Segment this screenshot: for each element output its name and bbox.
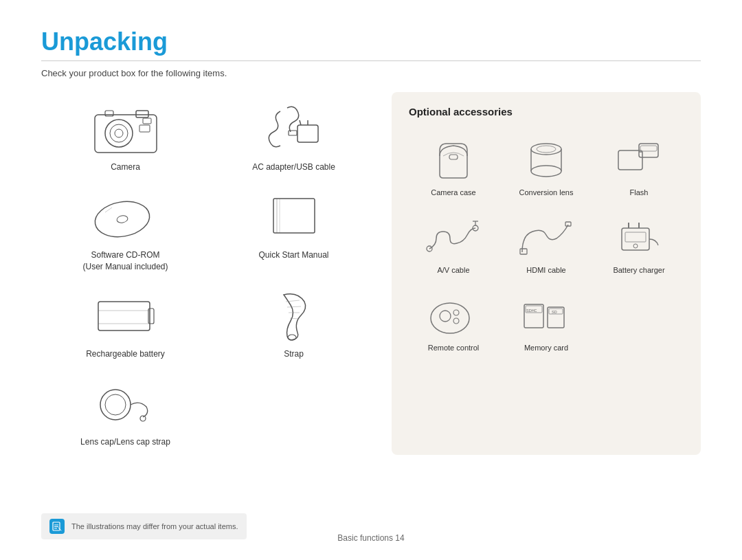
hdmi-cable-icon	[515, 211, 577, 262]
subtitle: Check your product box for the following…	[41, 68, 701, 78]
hdmi-cable-label: HDMI cable	[526, 266, 565, 274]
item-battery: Rechargeable battery	[41, 279, 210, 367]
item-empty	[210, 367, 378, 455]
optional-panel: Optional accessories	[392, 92, 701, 455]
items-grid: Camera	[41, 92, 378, 455]
svg-point-1	[105, 120, 133, 147]
svg-rect-38	[640, 146, 657, 151]
flash-icon	[608, 133, 670, 185]
strap-label: Strap	[284, 348, 304, 360]
opt-empty	[594, 283, 684, 357]
battery-label: Rechargeable battery	[86, 348, 165, 360]
ac-adapter-label: AC adapter/USB cable	[252, 161, 335, 173]
av-cable-icon	[423, 211, 484, 262]
left-panel: Camera	[41, 92, 378, 455]
quick-start-icon	[260, 187, 328, 245]
strap-icon	[260, 286, 328, 344]
svg-point-29	[140, 416, 146, 421]
software-cd-label: Software CD-ROM(User Manual included)	[82, 249, 168, 273]
item-camera: Camera	[41, 92, 210, 180]
remote-control-label: Remote control	[428, 344, 480, 352]
software-cd-icon	[91, 187, 160, 245]
lens-cap-icon	[91, 374, 160, 432]
item-software-cd: Software CD-ROM(User Manual included)	[41, 180, 210, 280]
memory-card-icon: SDHC SD	[515, 289, 577, 340]
svg-point-52	[440, 311, 451, 322]
svg-line-10	[300, 120, 301, 125]
battery-charger-label: Battery charger	[613, 266, 664, 274]
svg-point-34	[531, 166, 561, 177]
conversion-lens-icon	[515, 133, 577, 185]
title-divider	[41, 60, 701, 61]
note-text: The illustrations may differ from your a…	[71, 522, 238, 530]
svg-point-31	[531, 144, 561, 155]
svg-rect-46	[622, 228, 649, 250]
opt-av-cable: A/V cable	[409, 205, 498, 280]
svg-point-3	[115, 129, 123, 137]
quick-start-label: Quick Start Manual	[258, 249, 328, 261]
opt-hdmi-cable: HDMI cable	[502, 205, 591, 280]
page: Unpacking Check your product box for the…	[0, 0, 742, 560]
note-icon	[49, 519, 65, 534]
conversion-lens-label: Conversion lens	[519, 188, 574, 197]
optional-grid: Camera case	[409, 128, 684, 357]
camera-case-icon	[423, 133, 484, 185]
camera-label: Camera	[111, 161, 140, 173]
opt-battery-charger: Battery charger	[594, 205, 684, 280]
svg-line-14	[105, 208, 112, 212]
page-title: Unpacking	[41, 27, 701, 56]
svg-point-53	[453, 310, 459, 315]
svg-point-12	[92, 198, 152, 241]
opt-remote-control: Remote control	[409, 283, 498, 357]
svg-rect-7	[139, 125, 150, 132]
svg-rect-8	[297, 125, 318, 142]
svg-point-28	[105, 394, 126, 415]
remote-control-icon	[423, 289, 484, 340]
item-ac-adapter: AC adapter/USB cable	[210, 92, 378, 180]
memory-card-label: Memory card	[524, 344, 568, 352]
svg-rect-44	[520, 249, 527, 254]
svg-rect-47	[625, 232, 646, 242]
battery-icon	[91, 286, 160, 344]
opt-conversion-lens: Conversion lens	[502, 128, 591, 202]
opt-memory-card: SDHC SD Memory card	[502, 283, 591, 357]
opt-camera-case: Camera case	[409, 128, 498, 202]
svg-point-2	[110, 124, 128, 142]
battery-charger-icon	[608, 211, 670, 262]
svg-text:SDHC: SDHC	[526, 309, 537, 313]
item-strap: Strap	[210, 279, 378, 367]
item-quick-start: Quick Start Manual	[210, 180, 378, 280]
svg-text:SD: SD	[552, 310, 557, 314]
content-area: Camera	[41, 92, 701, 455]
svg-rect-18	[98, 302, 150, 331]
svg-point-26	[288, 335, 296, 340]
camera-case-label: Camera case	[431, 188, 475, 197]
svg-point-13	[116, 215, 128, 224]
av-cable-label: A/V cable	[437, 266, 469, 274]
svg-point-50	[633, 244, 638, 248]
svg-rect-0	[95, 115, 157, 153]
lens-cap-label: Lens cap/Lens cap strap	[80, 436, 170, 448]
ac-adapter-icon	[260, 99, 328, 157]
flash-label: Flash	[630, 188, 649, 197]
item-lens-cap: Lens cap/Lens cap strap	[41, 367, 210, 455]
opt-flash: Flash	[594, 128, 684, 202]
svg-rect-4	[136, 111, 148, 117]
page-footer: Basic functions 14	[337, 533, 404, 543]
optional-title: Optional accessories	[409, 106, 684, 117]
svg-rect-30	[449, 155, 458, 159]
svg-line-23	[287, 306, 301, 307]
svg-rect-6	[143, 118, 151, 124]
svg-point-54	[453, 318, 459, 324]
camera-icon	[91, 99, 160, 157]
note-box: The illustrations may differ from your a…	[41, 513, 247, 539]
svg-point-35	[537, 146, 556, 153]
svg-rect-5	[105, 111, 113, 116]
